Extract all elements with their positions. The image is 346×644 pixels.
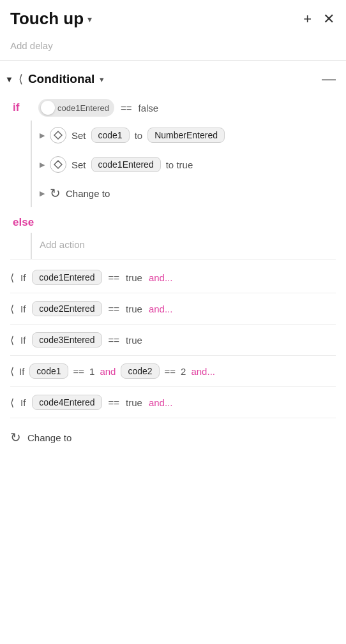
set-label-1: Set — [71, 130, 86, 141]
cond-var-3[interactable]: code3Entered — [32, 332, 102, 348]
cond-var-2[interactable]: code2Entered — [32, 301, 102, 316]
svg-marker-1 — [54, 161, 62, 168]
cond-item-5[interactable]: ⟨ If code4Entered == true and... — [0, 387, 346, 418]
cond-eq-3: == — [109, 335, 120, 346]
cond-var-4a[interactable]: code1 — [29, 363, 68, 379]
cond-val-5: true — [126, 397, 142, 408]
close-button[interactable]: ✕ — [322, 11, 336, 27]
cond-val-2: true — [126, 304, 142, 314]
toggle-variable[interactable]: code1Entered — [38, 99, 114, 117]
title-chevron-icon[interactable]: ▾ — [87, 14, 92, 24]
conditional-items: ⟨ If code1Entered == true and... ⟨ If co… — [0, 260, 346, 421]
to-text-1: to — [135, 130, 143, 141]
if-condition-row: if code1Entered == false — [0, 95, 346, 121]
change-to-bottom-label[interactable]: Change to — [27, 432, 71, 443]
else-label: else — [0, 210, 346, 233]
cond-icon-1: ⟨ — [10, 272, 14, 284]
cond-eq-2: == — [109, 304, 120, 314]
add-action[interactable]: Add action — [31, 233, 346, 259]
page-title: Touch up — [10, 9, 84, 29]
change-to-inner-label[interactable]: Change to — [66, 188, 110, 199]
action-rows: ▶ Set code1 to NumberEntered ▶ Set code1… — [31, 121, 346, 207]
set-label-2: Set — [71, 159, 86, 170]
add-button[interactable]: + — [302, 11, 313, 27]
cond-and-5: and... — [149, 397, 173, 408]
cond-item-2[interactable]: ⟨ If code2Entered == true and... — [0, 293, 346, 324]
eq-operator: == — [121, 103, 132, 113]
change-to-bottom-row[interactable]: ↻ Change to — [0, 421, 346, 454]
cond-var-4b[interactable]: code2 — [121, 363, 159, 379]
collapse-icon[interactable]: ▼ — [5, 75, 13, 84]
if-4: If — [19, 366, 24, 377]
var-code1entered[interactable]: code1Entered — [91, 157, 161, 172]
if-value: false — [138, 103, 158, 113]
conditional-icon: ⟨ — [19, 72, 23, 86]
cond-eq-1: == — [109, 272, 120, 283]
var-numberentered[interactable]: NumberEntered — [147, 128, 225, 143]
set-icon-1 — [50, 127, 66, 143]
change-to-inner-row: ▶ ↻ Change to — [32, 179, 346, 207]
toggle-knob — [41, 101, 55, 115]
conditional-label: Conditional — [28, 72, 94, 86]
cond-eq-4a: == — [73, 366, 85, 377]
expand-arrow-2-icon[interactable]: ▶ — [40, 161, 45, 169]
action-row-1: ▶ Set code1 to NumberEntered — [32, 121, 346, 150]
toggle-label: code1Entered — [57, 103, 112, 113]
conditional-left: ▼ ⟨ Conditional ▾ — [5, 72, 104, 86]
change-to-bottom-icon: ↻ — [10, 430, 21, 445]
if-3: If — [20, 335, 26, 346]
cond-and-4b: and... — [191, 366, 215, 377]
svg-marker-0 — [54, 131, 62, 139]
cond-val-4a: 1 — [89, 366, 94, 377]
cond-and-4: and — [100, 366, 116, 377]
cond-and-1: and... — [149, 272, 173, 283]
conditional-chevron-icon[interactable]: ▾ — [100, 75, 104, 84]
to-true-text: to true — [166, 159, 193, 170]
if-1: If — [20, 272, 26, 283]
if-keyword: if — [13, 101, 32, 114]
conditional-header: ▼ ⟨ Conditional ▾ — — [0, 61, 346, 95]
header: Touch up ▾ + ✕ — [0, 0, 346, 35]
cond-val-4b: 2 — [181, 366, 186, 377]
var-code1[interactable]: code1 — [91, 128, 130, 143]
cond-icon-3: ⟨ — [10, 334, 14, 346]
action-row-2: ▶ Set code1Entered to true — [32, 150, 346, 179]
separator-6 — [10, 418, 336, 418]
cond-val-3: true — [126, 335, 142, 346]
change-to-inner-icon: ↻ — [50, 186, 61, 201]
cond-item-4[interactable]: ⟨ If code1 == 1 and code2 == 2 and... — [0, 356, 346, 386]
cond-icon-2: ⟨ — [10, 303, 14, 315]
if-2: If — [20, 304, 26, 314]
cond-eq-5: == — [109, 397, 120, 408]
expand-arrow-3-icon[interactable]: ▶ — [40, 189, 45, 198]
cond-item-3[interactable]: ⟨ If code3Entered == true — [0, 325, 346, 355]
add-delay[interactable]: Add delay — [0, 35, 346, 60]
header-left: Touch up ▾ — [10, 9, 92, 29]
header-actions: + ✕ — [302, 11, 336, 27]
cond-var-1[interactable]: code1Entered — [32, 270, 102, 285]
cond-icon-4: ⟨ — [10, 365, 14, 377]
set-icon-2 — [50, 156, 66, 173]
cond-and-2: and... — [149, 304, 173, 314]
cond-var-5[interactable]: code4Entered — [32, 395, 102, 410]
expand-arrow-1-icon[interactable]: ▶ — [40, 131, 45, 140]
cond-val-1: true — [126, 272, 142, 283]
cond-icon-5: ⟨ — [10, 397, 14, 409]
cond-eq-4b: == — [165, 366, 176, 377]
remove-conditional-button[interactable]: — — [322, 71, 336, 87]
if-5: If — [20, 397, 26, 408]
cond-item-1[interactable]: ⟨ If code1Entered == true and... — [0, 262, 346, 293]
